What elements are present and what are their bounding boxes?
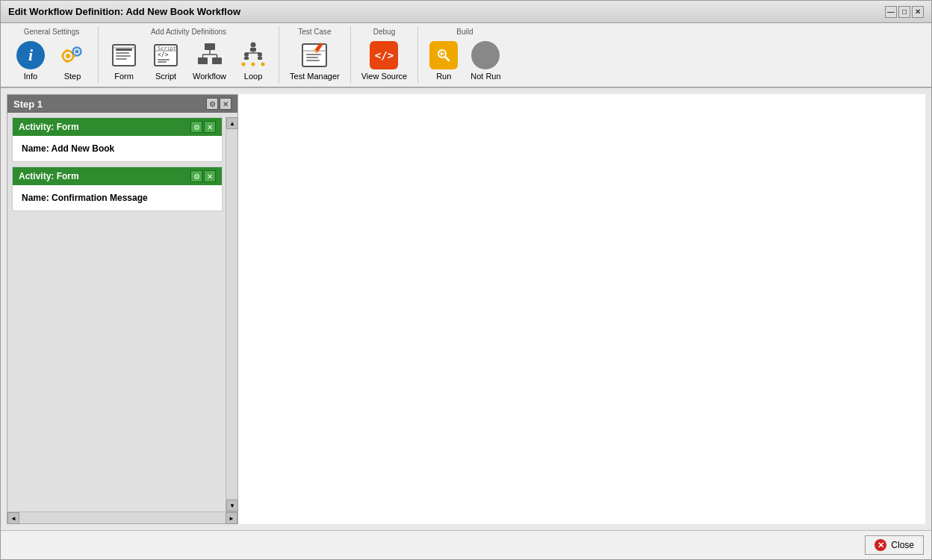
section-add-activity: Add Activity Definitions bbox=[99, 26, 279, 84]
svg-rect-12 bbox=[116, 58, 127, 60]
script-label: Script bbox=[155, 72, 176, 81]
view-source-label: View Source bbox=[361, 72, 408, 81]
svg-rect-28 bbox=[250, 48, 256, 52]
test-manager-label: Test Manager bbox=[290, 72, 340, 81]
svg-rect-6 bbox=[62, 55, 64, 57]
loop-label: Loop bbox=[244, 72, 262, 81]
section-debug: Debug </> View Source bbox=[351, 26, 419, 84]
script-icon-box: Script </> bbox=[151, 40, 181, 70]
script-icon: Script </> bbox=[152, 41, 180, 69]
toolbar-item-run[interactable]: Run bbox=[424, 39, 463, 82]
toolbar-item-script[interactable]: Script </> Script bbox=[146, 39, 185, 82]
svg-rect-19 bbox=[158, 61, 167, 63]
svg-rect-9 bbox=[116, 49, 132, 51]
activity-header-1: Activity: Form ⚙ ✕ bbox=[13, 118, 222, 136]
run-icon-box bbox=[429, 40, 459, 70]
step-body: Activity: Form ⚙ ✕ Name: Add New Book Ac… bbox=[7, 113, 237, 523]
svg-point-39 bbox=[261, 63, 265, 66]
view-source-icon-box: </> bbox=[369, 40, 399, 70]
v-scrollbar[interactable]: ▲ ▼ bbox=[226, 117, 237, 511]
close-icon: ✕ bbox=[874, 539, 886, 551]
toolbar-item-loop[interactable]: Loop bbox=[234, 39, 273, 82]
svg-rect-44 bbox=[306, 54, 321, 55]
h-scroll-track bbox=[19, 512, 226, 523]
v-scroll-track bbox=[226, 129, 237, 500]
section-add-activity-label: Add Activity Definitions bbox=[151, 28, 226, 36]
svg-rect-30 bbox=[244, 57, 249, 60]
window-close-button[interactable]: ✕ bbox=[912, 6, 924, 18]
activity-card-1: Activity: Form ⚙ ✕ Name: Add New Book bbox=[12, 117, 223, 162]
svg-point-37 bbox=[242, 63, 246, 66]
workflow-label: Workflow bbox=[193, 72, 226, 81]
step-icon-box bbox=[58, 40, 87, 70]
not-run-icon-box bbox=[470, 40, 500, 70]
v-scroll-up-button[interactable]: ▲ bbox=[226, 117, 238, 129]
step-close-button[interactable]: ✕ bbox=[220, 98, 232, 110]
section-general-settings-items: i Info bbox=[11, 39, 92, 82]
not-run-label: Not Run bbox=[470, 72, 500, 81]
info-icon: i bbox=[16, 41, 45, 69]
svg-rect-45 bbox=[306, 57, 318, 58]
activity-settings-button-2[interactable]: ⚙ bbox=[190, 170, 202, 182]
section-test-case-items: Test Manager bbox=[285, 39, 344, 82]
svg-rect-11 bbox=[116, 55, 131, 57]
step-label: Step bbox=[64, 72, 81, 81]
form-icon bbox=[110, 41, 138, 69]
activity-body-2: Name: Confirmation Message bbox=[13, 185, 222, 211]
toolbar: General Settings i Info bbox=[1, 23, 931, 88]
run-play-icon bbox=[435, 47, 452, 63]
activity-controls-1: ⚙ ✕ bbox=[190, 121, 216, 133]
view-source-icon: </> bbox=[370, 41, 398, 69]
minimize-button[interactable]: — bbox=[885, 6, 897, 18]
section-general-settings-label: General Settings bbox=[24, 28, 80, 36]
main-content: Step 1 ⚙ ✕ Activity: Form ⚙ ✕ bbox=[1, 88, 931, 530]
activity-controls-2: ⚙ ✕ bbox=[190, 170, 216, 182]
toolbar-item-info[interactable]: i Info bbox=[11, 39, 50, 82]
svg-rect-7 bbox=[73, 55, 75, 57]
workflow-icon bbox=[196, 41, 224, 69]
toolbar-item-step[interactable]: Step bbox=[53, 39, 92, 82]
svg-rect-22 bbox=[212, 57, 222, 64]
v-scroll-down-button[interactable]: ▼ bbox=[226, 500, 238, 511]
activity-close-button-1[interactable]: ✕ bbox=[204, 121, 216, 133]
toolbar-item-view-source[interactable]: </> View Source bbox=[357, 39, 412, 82]
h-scroll-left-button[interactable]: ◄ bbox=[7, 512, 19, 524]
svg-point-1 bbox=[66, 54, 70, 58]
toolbar-item-test-manager[interactable]: Test Manager bbox=[285, 39, 344, 82]
h-scrollbar[interactable]: ◄ ► bbox=[7, 511, 237, 523]
window-title: Edit Workflow Definition: Add New Book W… bbox=[8, 6, 240, 17]
toolbar-item-workflow[interactable]: Workflow bbox=[188, 39, 231, 82]
svg-text:Script: Script bbox=[158, 46, 176, 52]
activity-name-1: Name: Add New Book bbox=[22, 143, 114, 154]
activity-settings-button-1[interactable]: ⚙ bbox=[190, 121, 202, 133]
toolbar-item-form[interactable]: Form bbox=[105, 39, 143, 82]
activity-header-2: Activity: Form ⚙ ✕ bbox=[13, 167, 222, 185]
activity-close-button-2[interactable]: ✕ bbox=[204, 170, 216, 182]
footer: ✕ Close bbox=[1, 530, 931, 559]
run-icon bbox=[429, 41, 458, 69]
toolbar-sections: General Settings i Info bbox=[5, 26, 927, 84]
section-test-case: Test Case bbox=[279, 26, 351, 84]
activity-header-label-1: Activity: Form bbox=[19, 122, 79, 132]
restore-button[interactable]: □ bbox=[898, 6, 910, 18]
toolbar-item-not-run[interactable]: Not Run bbox=[466, 39, 505, 82]
form-icon-box bbox=[109, 40, 139, 70]
h-scroll-right-button[interactable]: ► bbox=[226, 512, 237, 524]
svg-rect-32 bbox=[258, 57, 262, 60]
svg-point-38 bbox=[252, 63, 255, 66]
title-bar: Edit Workflow Definition: Add New Book W… bbox=[1, 1, 931, 23]
main-window: Edit Workflow Definition: Add New Book W… bbox=[0, 0, 932, 560]
activity-name-2: Name: Confirmation Message bbox=[22, 193, 148, 203]
step-header: Step 1 ⚙ ✕ bbox=[7, 95, 237, 113]
close-button[interactable]: ✕ Close bbox=[865, 535, 924, 555]
step-panel: Step 1 ⚙ ✕ Activity: Form ⚙ ✕ bbox=[7, 94, 238, 524]
svg-rect-46 bbox=[306, 60, 320, 61]
step-settings-button[interactable]: ⚙ bbox=[206, 98, 218, 110]
step-header-controls: ⚙ ✕ bbox=[206, 98, 232, 110]
activity-card-2: Activity: Form ⚙ ✕ Name: Confirmation Me… bbox=[12, 167, 223, 211]
svg-text:</>: </> bbox=[158, 52, 169, 58]
svg-rect-21 bbox=[198, 57, 208, 64]
step-title: Step 1 bbox=[13, 99, 43, 110]
section-build-label: Build bbox=[456, 28, 473, 36]
section-build: Build bbox=[418, 26, 511, 84]
